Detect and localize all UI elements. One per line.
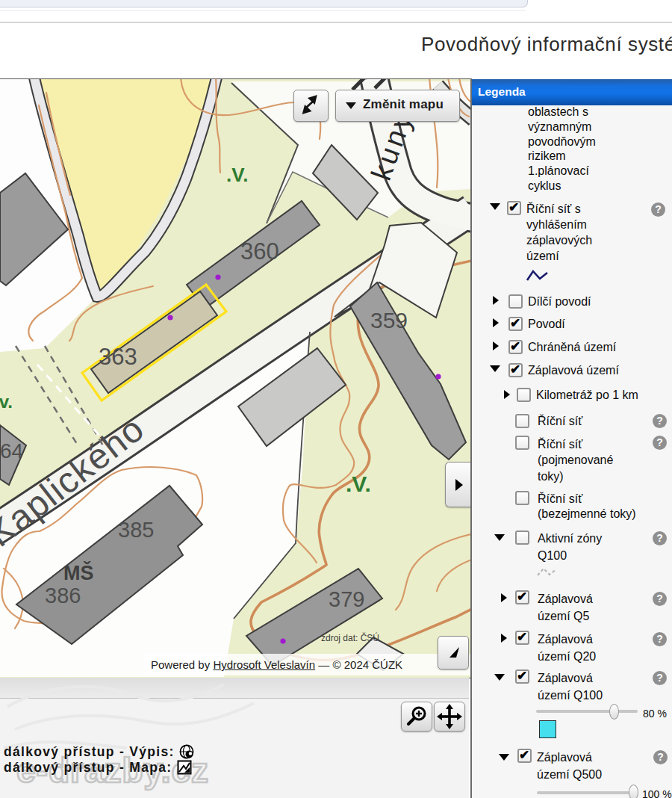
svg-text:363: 363 <box>99 344 137 370</box>
svg-text:385: 385 <box>118 518 154 542</box>
svg-text:386: 386 <box>45 584 81 607</box>
svg-text:360: 360 <box>240 238 279 265</box>
svg-text:359: 359 <box>370 308 408 332</box>
svg-text:MŠ: MŠ <box>63 561 94 584</box>
svg-text:.v.: .v. <box>0 392 13 412</box>
svg-text:64: 64 <box>0 439 23 463</box>
svg-text:.V.: .V. <box>226 164 248 186</box>
svg-text:.V.: .V. <box>346 471 371 496</box>
svg-text:379: 379 <box>329 587 364 611</box>
